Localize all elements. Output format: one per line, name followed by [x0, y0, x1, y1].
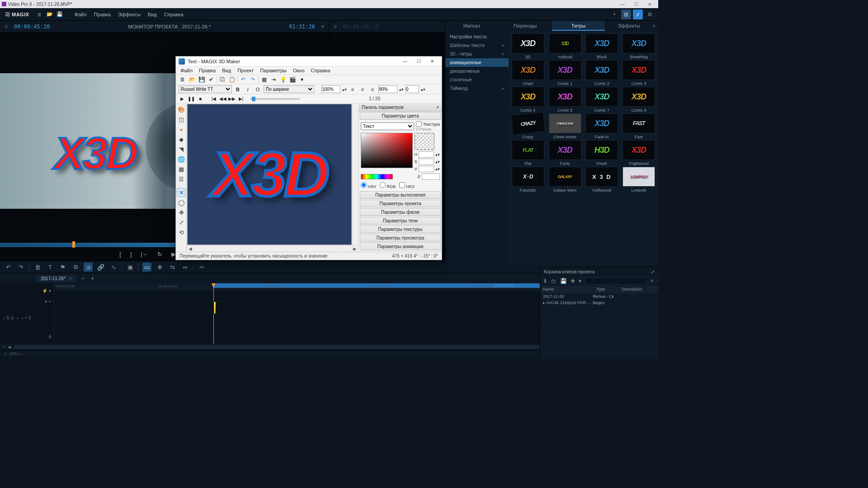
frame-slider[interactable] [250, 98, 300, 100]
menu-help[interactable]: Справка [160, 8, 187, 21]
section-anim[interactable]: Параметры анимации [360, 243, 441, 250]
play-icon[interactable]: ▶ [179, 95, 186, 103]
extrude-tool-icon[interactable]: ◫ [177, 115, 186, 124]
track-header-options[interactable]: ↕ S ⊙ ↔ ♪ ÷ 3 [3, 312, 51, 323]
bold-button[interactable]: B [234, 85, 242, 94]
preset-item[interactable]: CRIMESCENECrime scene [547, 113, 583, 139]
chevron-down-icon[interactable] [321, 23, 324, 29]
tab-titles[interactable]: Титры [552, 21, 605, 31]
curve-icon[interactable]: ∿ [109, 263, 118, 272]
preset-item[interactable]: FASTFast [621, 113, 656, 139]
render-icon[interactable]: 🎬 [288, 75, 297, 84]
section-view[interactable]: Параметры просмотра [360, 234, 441, 242]
texture-checkbox[interactable]: Текстура [416, 121, 440, 127]
dialog-minimize-button[interactable]: — [398, 57, 412, 66]
3d-canvas[interactable]: X3D [187, 104, 352, 245]
spacing-input[interactable] [378, 85, 397, 93]
col-description[interactable]: Description [619, 286, 645, 293]
texture-tool-icon[interactable]: ▦ [177, 164, 186, 174]
align-right-icon[interactable]: ≡ [368, 85, 377, 94]
preset-item[interactable]: X3D3D [510, 33, 546, 59]
folder-icon[interactable]: 🗀 [551, 278, 557, 284]
section-extrusion[interactable]: Параметры вытеснения [360, 191, 441, 199]
razor-tool-icon[interactable]: ✂ [197, 263, 206, 272]
tab-transitions[interactable]: Переходы [499, 21, 552, 31]
title-tool-icon[interactable]: T [46, 263, 55, 272]
move-tool-icon[interactable]: ✥ [177, 208, 186, 217]
preset-item[interactable]: LOWPOLYLowpoly [621, 167, 656, 192]
import-icon[interactable]: ⬇ [543, 278, 547, 284]
col-name[interactable]: Name [540, 286, 594, 293]
export-icon[interactable]: ⇥ [269, 75, 278, 84]
align-select[interactable]: По ширине [264, 85, 314, 93]
value-input[interactable] [406, 85, 419, 93]
shadow-tool-icon[interactable]: ◥ [177, 145, 186, 154]
sphere-tool-icon[interactable]: ● [177, 125, 186, 134]
copy-icon[interactable]: ⿻ [218, 75, 226, 84]
bin-settings-icon[interactable]: ⚙ [657, 278, 658, 284]
save-icon[interactable]: 💾 [55, 9, 65, 19]
open-folder-icon[interactable]: 📂 [45, 9, 55, 19]
font-select[interactable]: Russel Write TT [179, 85, 232, 93]
add-sequence-icon[interactable]: + [79, 276, 86, 281]
preset-item[interactable]: X3DComic 5 [547, 87, 583, 113]
clear-search-icon[interactable]: × [651, 278, 654, 284]
preset-item[interactable]: X3DFade-in [585, 113, 620, 139]
layers-tool-icon[interactable]: ☰ [177, 174, 186, 183]
templates-row[interactable]: Шаблоны текста [445, 41, 509, 50]
menu-edit[interactable]: Правка [90, 8, 114, 21]
h-input[interactable] [419, 151, 434, 158]
tab-import[interactable]: Импорт [445, 21, 499, 31]
section-color[interactable]: Параметры цвета [360, 112, 441, 120]
undo-icon[interactable]: ↶ [4, 263, 13, 272]
canvas-hscroll[interactable]: ◀▶ [187, 245, 359, 252]
open-icon[interactable]: 📂 [188, 75, 196, 84]
plus-icon[interactable]: + [3, 345, 5, 349]
loop-icon[interactable]: ↻ [157, 251, 162, 258]
paste-icon[interactable]: 📋 [228, 75, 236, 84]
align-center-icon[interactable]: ≡ [359, 85, 367, 94]
stop-icon[interactable]: ■ [197, 95, 204, 103]
dmenu-file[interactable]: Файл [180, 68, 193, 73]
preset-item[interactable]: X3DBreathing [621, 33, 656, 59]
pause-icon[interactable]: ❚❚ [188, 95, 195, 103]
preset-item[interactable]: FLATFlat [510, 140, 546, 166]
dmenu-view[interactable]: Вид [222, 68, 231, 73]
preset-item[interactable]: X · DFuturistic [510, 167, 546, 192]
move-tool-icon[interactable]: ✥ [155, 263, 164, 272]
new-file-icon[interactable]: 🗎 [35, 9, 45, 19]
italic-button[interactable]: I [244, 85, 252, 94]
new-icon[interactable]: 🗎 [179, 75, 187, 84]
mode-hsv[interactable]: HSV [361, 182, 376, 189]
render-menu-icon[interactable] [298, 75, 306, 84]
preset-item[interactable]: X3DFonts [547, 140, 583, 166]
group-icon[interactable]: ⧉ [71, 263, 80, 272]
section-project[interactable]: Параметры проекта [360, 200, 441, 207]
save-icon[interactable]: 💾 [560, 278, 567, 284]
menu-effects[interactable]: Эффекты [114, 8, 144, 21]
bin-search-input[interactable] [585, 277, 647, 285]
canvas-vscroll[interactable] [352, 103, 359, 245]
dialog-titlebar[interactable]: Text - MAGIX 3D Maker — ☐ ✕ [176, 56, 442, 66]
track-add[interactable]: ▾ + [3, 296, 51, 307]
hamburger-icon[interactable]: ≡ [5, 23, 8, 30]
bin-scrollbar[interactable] [540, 357, 658, 362]
scale-input[interactable] [321, 85, 340, 93]
subcat-static[interactable]: статичные [445, 75, 509, 84]
preset-item[interactable]: X3DComic 1 [547, 60, 583, 86]
apply-icon[interactable]: ✔ [207, 75, 215, 84]
dialog-close-button[interactable]: ✕ [425, 57, 439, 66]
timecode-row[interactable]: Таймкод [445, 84, 509, 93]
color-field[interactable] [361, 133, 413, 168]
redo-icon[interactable]: ↷ [16, 263, 25, 272]
section-bevel[interactable]: Параметры фаски [360, 208, 441, 216]
params-close-icon[interactable]: × [436, 105, 439, 110]
preset-item[interactable]: CRAZYCrazy [510, 113, 546, 139]
hex-input[interactable] [422, 174, 440, 180]
section-shadow[interactable]: Параметры тени [360, 217, 441, 225]
save-icon[interactable]: 💾 [198, 75, 206, 84]
lighting-icon[interactable]: 💡 [279, 75, 287, 84]
dmenu-help[interactable]: Справка [311, 68, 330, 73]
orbit-tool-icon[interactable]: ⟲ [177, 228, 186, 237]
outline-button[interactable]: O [254, 85, 262, 94]
